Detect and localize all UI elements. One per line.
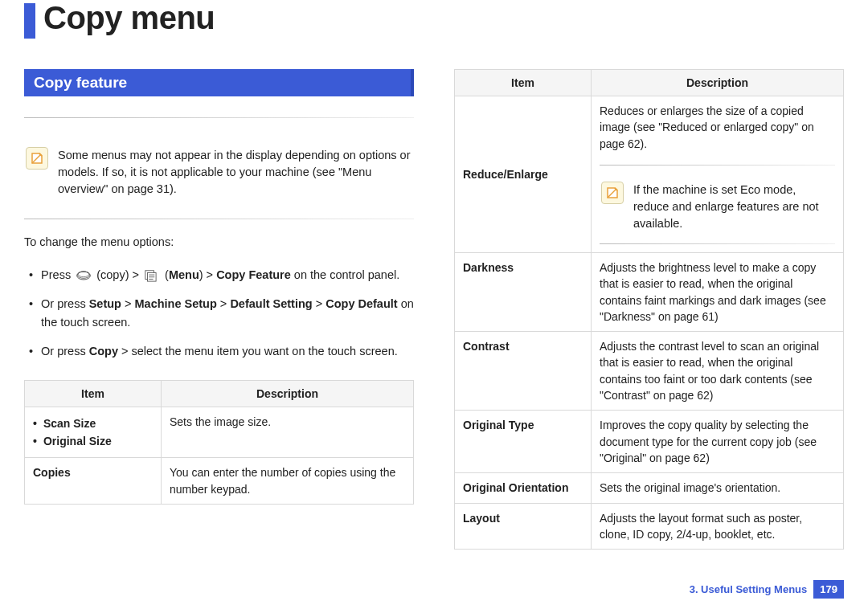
th-item-r: Item bbox=[455, 70, 592, 96]
bullet-3: Or press Copy > select the menu item you… bbox=[24, 342, 414, 360]
bullet-1-copy: (copy) > bbox=[96, 268, 139, 281]
left-column: Copy feature Some menus may not appear i… bbox=[24, 69, 414, 550]
note-icon bbox=[601, 182, 624, 204]
info-note: Some menus may not appear in the display… bbox=[24, 142, 414, 202]
table-row: Reduce/Enlarge Reduces or enlarges the s… bbox=[455, 96, 844, 253]
th-desc-r: Description bbox=[592, 70, 844, 96]
intro-line: To change the menu options: bbox=[24, 234, 414, 251]
bullet-1-menu-bold: Menu bbox=[169, 268, 199, 281]
footer-page-number: 179 bbox=[813, 580, 844, 599]
bullet-1-cf-bold: Copy Feature bbox=[216, 268, 291, 281]
instruction-bullets: Press (copy) > (Menu) > Copy Feature on … bbox=[24, 266, 414, 361]
footer-chapter: 3. Useful Setting Menus bbox=[690, 583, 808, 595]
th-desc: Description bbox=[162, 380, 414, 407]
th-item: Item bbox=[25, 380, 162, 407]
table-row: Darkness Adjusts the brightness level to… bbox=[455, 252, 844, 331]
left-table: Item Description Scan Size Original Size… bbox=[24, 380, 414, 505]
title-accent-bar bbox=[24, 3, 35, 39]
bullet-3-post: > select the menu item you want on the t… bbox=[118, 345, 398, 358]
reduce-desc: Reduces or enlarges the size of a copied… bbox=[600, 103, 835, 152]
right-column: Item Description Reduce/Enlarge Reduces … bbox=[454, 69, 844, 550]
right-table: Item Description Reduce/Enlarge Reduces … bbox=[454, 69, 844, 550]
footer: 3. Useful Setting Menus 179 bbox=[690, 580, 844, 599]
note-icon bbox=[26, 147, 48, 170]
table-row: Original Type Improves the copy quality … bbox=[455, 411, 844, 473]
section-header: Copy feature bbox=[24, 69, 414, 96]
table-row: Original Orientation Sets the original i… bbox=[455, 473, 844, 503]
note-text: Some menus may not appear in the display… bbox=[58, 147, 412, 198]
bullet-3-pre: Or press bbox=[41, 345, 89, 358]
page-title: Copy menu bbox=[43, 0, 215, 36]
table-row: Layout Adjusts the layout format such as… bbox=[455, 503, 844, 550]
table-row: Copies You can enter the number of copie… bbox=[25, 458, 414, 505]
bullet-2-pre: Or press bbox=[41, 297, 89, 310]
bullet-1: Press (copy) > (Menu) > Copy Feature on … bbox=[24, 266, 414, 284]
page-title-row: Copy menu bbox=[24, 0, 844, 39]
eco-note: If the machine is set Eco mode, reduce a… bbox=[600, 177, 835, 237]
table-row: Contrast Adjusts the contrast level to s… bbox=[455, 332, 844, 411]
svg-point-2 bbox=[79, 272, 89, 277]
eco-note-text: If the machine is set Eco mode, reduce a… bbox=[633, 182, 833, 232]
table-row: Scan Size Original Size Sets the image s… bbox=[25, 407, 414, 458]
bullet-2: Or press Setup > Machine Setup > Default… bbox=[24, 295, 414, 331]
menu-icon bbox=[144, 269, 160, 282]
bullet-1-pre: Press bbox=[41, 268, 71, 281]
copy-icon bbox=[76, 269, 92, 282]
